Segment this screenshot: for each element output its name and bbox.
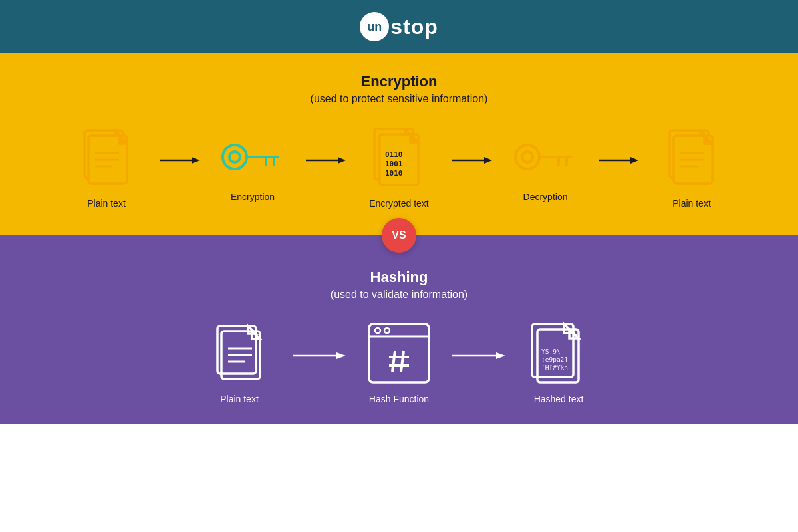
encrypted-text-label: Encrypted text [369, 198, 429, 209]
arrow-right-icon [160, 154, 200, 167]
decryption-key-label: Decryption [523, 192, 568, 202]
svg-text:1010: 1010 [385, 169, 403, 178]
logo-u: un [367, 20, 382, 34]
svg-text::e9pa2]: :e9pa2] [541, 356, 568, 363]
hashing-plaintext-label: Plain text [220, 394, 259, 404]
svg-text:1001: 1001 [385, 160, 403, 168]
decryption-key-icon [509, 132, 582, 185]
hashed-text-item: YS-9\ :e9pa2] 'H[#Ykh Hashed text [519, 321, 598, 404]
svg-point-43 [384, 328, 390, 333]
plaintext-icon [76, 125, 136, 192]
svg-marker-49 [496, 352, 505, 359]
svg-line-47 [401, 351, 404, 372]
svg-marker-6 [192, 157, 200, 164]
hash-arrow1 [293, 349, 346, 376]
hashing-subtitle: (used to validate information) [13, 289, 785, 301]
svg-point-21 [515, 145, 539, 169]
encryption-plaintext-item: Plain text [66, 125, 146, 209]
hashed-doc-icon: YS-9\ :e9pa2] 'H[#Ykh [525, 321, 592, 387]
svg-point-8 [229, 152, 240, 162]
svg-point-22 [522, 152, 533, 162]
hashing-title: Hashing [13, 269, 785, 286]
svg-text:YS-9\: YS-9\ [541, 348, 561, 355]
svg-marker-39 [336, 352, 346, 359]
hash-arrow-icon2 [452, 349, 505, 362]
hashing-plaintext-item: Plain text [200, 321, 279, 404]
hashing-icons-row: Plain text [13, 321, 785, 404]
plaintext-output-icon [662, 125, 722, 192]
svg-marker-13 [338, 157, 346, 164]
vs-badge: VS [382, 218, 416, 253]
header: un stop [0, 0, 798, 53]
encryption-key-label: Encryption [231, 192, 275, 202]
hash-function-label: Hash Function [369, 394, 429, 404]
decryption-key-item: Decryption [505, 132, 585, 202]
svg-text:0110: 0110 [385, 150, 403, 159]
svg-point-42 [375, 328, 380, 333]
encryption-plaintext-label: Plain text [87, 198, 126, 209]
hashing-section: Hashing (used to validate information) P… [0, 235, 798, 424]
hash-function-icon [366, 321, 432, 387]
logo: un stop [360, 12, 438, 41]
svg-point-7 [223, 145, 247, 169]
logo-circle: un [360, 12, 389, 41]
arrow-right-icon2 [306, 154, 346, 167]
enc-arrow4 [598, 154, 638, 180]
hash-function-item: Hash Function [359, 321, 439, 404]
hashing-plaintext-icon [209, 321, 269, 387]
encryption-icons-row: Plain text Encryption [13, 125, 785, 209]
encrypted-doc-icon: 0110 1001 1010 [369, 125, 429, 192]
arrow-right-icon3 [452, 154, 492, 167]
encryption-key-item: Encryption [213, 132, 293, 202]
hash-arrow2 [452, 349, 505, 376]
svg-text:'H[#Ykh: 'H[#Ykh [541, 364, 568, 371]
encryption-subtitle: (used to protect sensitive information) [13, 93, 785, 105]
hash-arrow-icon1 [293, 349, 346, 362]
enc-arrow2 [306, 154, 346, 180]
decryption-plaintext-item: Plain text [652, 125, 732, 209]
svg-marker-20 [484, 157, 492, 164]
hashed-text-label: Hashed text [534, 394, 584, 404]
decryption-plaintext-label: Plain text [672, 198, 711, 209]
arrow-right-icon4 [598, 154, 638, 167]
enc-arrow3 [452, 154, 492, 180]
encryption-section: Encryption (used to protect sensitive in… [0, 53, 798, 235]
encryption-key-icon [216, 132, 289, 185]
logo-text: stop [390, 15, 438, 39]
encrypted-text-item: 0110 1001 1010 Encrypted text [359, 125, 439, 209]
svg-line-46 [392, 351, 395, 372]
encryption-title: Encryption [13, 73, 785, 90]
enc-arrow1 [160, 154, 200, 180]
svg-marker-27 [630, 157, 638, 164]
